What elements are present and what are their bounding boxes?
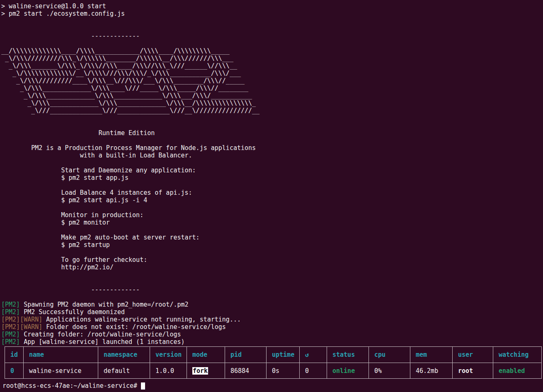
cell-restarts: 0 (300, 363, 327, 379)
npm-script-output: > waline-service@1.0.0 start > pm2 start… (1, 2, 543, 17)
pm2-log-text: PM2 Successfully daemonized (20, 308, 125, 316)
cell-namespace: default (98, 363, 150, 379)
pm2-warn-prefix: [PM2][WARN] (1, 316, 42, 323)
pm2-log-line: [PM2] App [waline-service] launched (1 i… (1, 338, 543, 346)
cell-mode: fork (187, 363, 225, 379)
mode-badge: fork (192, 367, 208, 375)
cell-user: root (453, 363, 493, 379)
cell-watching: enabled (493, 363, 542, 379)
pm2-log-prefix: [PM2] (1, 301, 20, 308)
header-status: status (327, 347, 369, 363)
pm2-log-line-warn: [PM2][WARN] Applications waline-service … (1, 316, 543, 323)
header-id: id (5, 347, 24, 363)
terminal-screen[interactable]: > waline-service@1.0.0 start > pm2 start… (0, 0, 543, 392)
header-restart-icon: ↺ (300, 347, 327, 363)
cell-pid: 86884 (225, 363, 267, 379)
cell-id: 0 (5, 363, 24, 379)
cell-mem: 46.2mb (410, 363, 453, 379)
header-mem: mem (410, 347, 453, 363)
pm2-log-prefix: [PM2] (1, 338, 20, 346)
pm2-ascii-banner: ------------- __/\\\\\\\\\\\\\____/\\\\_… (1, 17, 543, 301)
header-user: user (453, 347, 493, 363)
prompt-text: root@hcss-ecs-47ae:~/waline-service# (2, 382, 141, 390)
shell-prompt[interactable]: root@hcss-ecs-47ae:~/waline-service# (1, 382, 543, 390)
cell-uptime: 0s (267, 363, 300, 379)
pm2-log-text: Applications waline-service not running,… (42, 316, 241, 323)
header-pid: pid (225, 347, 267, 363)
cell-version: 1.0.0 (150, 363, 187, 379)
header-cpu: cpu (369, 347, 410, 363)
process-row: 0 waline-service default 1.0.0 fork 8688… (5, 363, 542, 379)
pm2-log-text: App [waline-service] launched (1 instanc… (20, 338, 184, 346)
pm2-log-text: Creating folder: /root/waline-service/lo… (20, 331, 181, 338)
header-uptime: uptime (267, 347, 300, 363)
pm2-log-line: [PM2] Spawning PM2 daemon with pm2_home=… (1, 301, 543, 308)
pm2-log-prefix: [PM2] (1, 331, 20, 338)
header-version: version (150, 347, 187, 363)
pm2-warn-prefix: [PM2][WARN] (1, 323, 42, 331)
pm2-log-text: Spawning PM2 daemon with pm2_home=/root/… (20, 301, 188, 308)
header-mode: mode (187, 347, 225, 363)
process-table: id name namespace version mode pid uptim… (5, 346, 542, 379)
header-watching: watching (493, 347, 542, 363)
pm2-log-line-warn: [PM2][WARN] Folder does not exist: /root… (1, 323, 543, 331)
pm2-log-line: [PM2] PM2 Successfully daemonized (1, 308, 543, 316)
pm2-log-text: Folder does not exist: /root/waline-serv… (42, 323, 226, 331)
header-namespace: namespace (98, 347, 150, 363)
pm2-log-prefix: [PM2] (1, 308, 20, 316)
cell-name: waline-service (24, 363, 98, 379)
cell-cpu: 0% (369, 363, 410, 379)
pm2-log-line: [PM2] Creating folder: /root/waline-serv… (1, 331, 543, 338)
table-header-row: id name namespace version mode pid uptim… (5, 347, 542, 363)
text-cursor (141, 382, 145, 390)
status-badge: online (327, 363, 369, 379)
header-name: name (24, 347, 98, 363)
